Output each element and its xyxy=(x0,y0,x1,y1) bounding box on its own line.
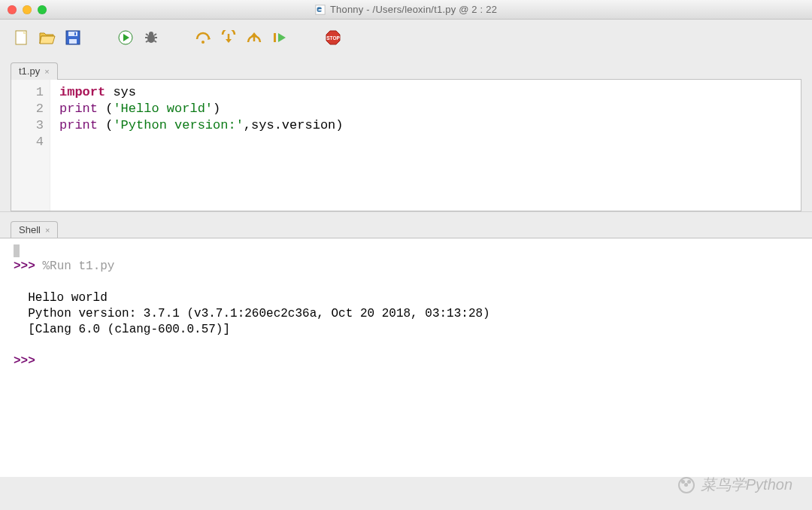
svg-text:STOP: STOP xyxy=(326,35,340,41)
editor-zone: t1.py × 1 2 3 4 import sys print ('Hello… xyxy=(0,56,812,211)
titlebar: Thonny - /Users/leoxin/t1.py @ 2 : 22 xyxy=(0,0,812,20)
run-icon xyxy=(118,30,133,45)
code-text: sys xyxy=(105,85,136,99)
shell-cursor xyxy=(14,244,20,257)
new-file-button[interactable] xyxy=(14,29,30,46)
shell-zone: Shell × >>> %Run t1.py Hello world Pytho… xyxy=(0,220,812,477)
step-out-button[interactable] xyxy=(247,29,263,46)
svg-rect-3 xyxy=(68,32,77,36)
code-text: ) xyxy=(335,118,343,132)
svg-line-13 xyxy=(146,41,148,42)
stop-icon: STOP xyxy=(325,29,341,46)
shell-tab-label: Shell xyxy=(19,224,41,235)
shell-output[interactable]: >>> %Run t1.py Hello world Python versio… xyxy=(0,238,812,477)
code-text: ( xyxy=(98,102,113,116)
editor-tab[interactable]: t1.py × xyxy=(11,62,58,80)
resume-icon xyxy=(272,30,289,45)
builtin: print xyxy=(59,102,98,116)
shell-command: %Run t1.py xyxy=(42,260,114,273)
open-folder-icon xyxy=(39,30,56,45)
window-maximize-button[interactable] xyxy=(38,5,47,14)
close-icon[interactable]: × xyxy=(44,67,49,76)
svg-point-15 xyxy=(201,41,205,44)
svg-rect-4 xyxy=(69,39,77,44)
traffic-lights xyxy=(8,5,47,14)
line-number: 4 xyxy=(22,134,44,150)
line-number-gutter: 1 2 3 4 xyxy=(11,80,50,211)
window-close-button[interactable] xyxy=(8,5,17,14)
code-editor[interactable]: 1 2 3 4 import sys print ('Hello world')… xyxy=(11,79,801,211)
string: 'Python version:' xyxy=(113,118,243,132)
save-icon xyxy=(65,30,80,45)
line-number: 1 xyxy=(22,84,44,101)
debug-button[interactable] xyxy=(143,29,159,46)
window-title: Thonny - /Users/leoxin/t1.py @ 2 : 22 xyxy=(0,0,812,19)
shell-line: Python version: 3.7.1 (v3.7.1:260ec2c36a… xyxy=(28,307,497,320)
string: 'Hello world' xyxy=(113,102,213,116)
svg-line-12 xyxy=(154,34,156,35)
shell-prompt: >>> xyxy=(14,354,35,368)
save-file-button[interactable] xyxy=(65,29,81,46)
shell-line: [Clang 6.0 (clang-600.0.57)] xyxy=(28,323,230,336)
bug-icon xyxy=(144,30,159,45)
close-icon[interactable]: × xyxy=(45,226,50,235)
code-area[interactable]: import sys print ('Hello world') print (… xyxy=(50,80,352,211)
watermark-text: 菜鸟学Python xyxy=(701,475,792,495)
svg-rect-5 xyxy=(74,32,76,35)
step-over-button[interactable] xyxy=(195,29,212,46)
python-file-icon xyxy=(315,5,326,15)
stop-button[interactable]: STOP xyxy=(325,29,341,46)
toolbar: STOP xyxy=(0,20,812,56)
editor-tabrow: t1.py × xyxy=(0,56,812,79)
code-text: ( xyxy=(98,118,113,132)
svg-point-8 xyxy=(149,32,153,36)
svg-line-14 xyxy=(154,41,156,42)
code-text: ) xyxy=(213,102,220,116)
pane-divider[interactable] xyxy=(0,211,812,220)
watermark: 菜鸟学Python xyxy=(678,475,792,495)
open-file-button[interactable] xyxy=(39,29,56,46)
shell-tab[interactable]: Shell × xyxy=(11,221,58,238)
wechat-icon xyxy=(678,477,695,493)
line-number: 3 xyxy=(22,117,44,134)
run-button[interactable] xyxy=(117,29,134,46)
window-minimize-button[interactable] xyxy=(23,5,32,14)
resume-button[interactable] xyxy=(272,29,289,46)
svg-rect-18 xyxy=(274,33,276,42)
shell-line: Hello world xyxy=(28,291,108,305)
shell-prompt: >>> xyxy=(14,260,35,273)
svg-line-11 xyxy=(146,34,148,35)
editor-tab-label: t1.py xyxy=(19,65,40,77)
step-out-icon xyxy=(247,30,263,45)
builtin: print xyxy=(59,118,98,132)
step-over-icon xyxy=(195,30,212,45)
keyword: import xyxy=(59,85,105,99)
window-title-text: Thonny - /Users/leoxin/t1.py @ 2 : 22 xyxy=(330,4,497,15)
line-number: 2 xyxy=(22,101,44,117)
step-into-button[interactable] xyxy=(221,29,238,46)
code-text: ,sys.version xyxy=(244,118,335,132)
step-into-icon xyxy=(221,30,238,45)
new-file-icon xyxy=(14,29,29,46)
shell-tabrow: Shell × xyxy=(0,220,812,238)
